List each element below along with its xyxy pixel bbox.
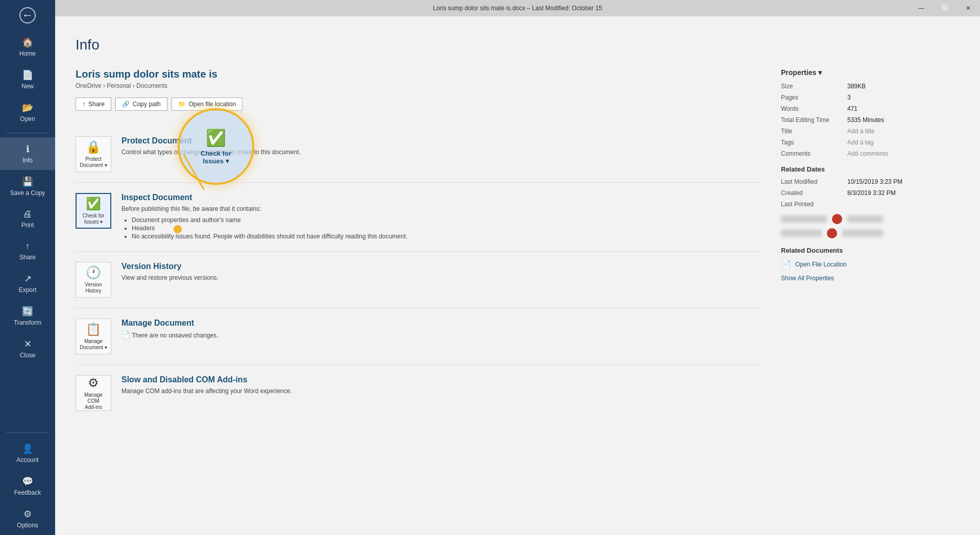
prop-size-value: 389KB xyxy=(847,83,866,90)
version-history-section: 🕐 VersionHistory Version History View an… xyxy=(76,252,761,308)
prop-last-printed: Last Printed xyxy=(781,201,954,208)
prop-words: Words 471 xyxy=(781,105,954,112)
prop-pages-value: 3 xyxy=(847,94,851,101)
sidebar-item-options[interactable]: ⚙ Options xyxy=(0,502,55,535)
sidebar-item-info-label: Info xyxy=(22,157,33,164)
protect-document-desc: Control what types of changes people can… xyxy=(121,149,761,156)
sidebar-item-close-label: Close xyxy=(20,352,36,359)
check-issues-icon: ✅ xyxy=(86,197,101,211)
prop-words-value: 471 xyxy=(847,105,857,112)
info-icon: ℹ xyxy=(26,143,30,155)
sidebar-item-account[interactable]: 👤 Account xyxy=(0,437,55,470)
open-file-location-button[interactable]: 📁 Open file location xyxy=(172,98,243,111)
sidebar-item-share[interactable]: ↑ Share xyxy=(0,235,55,267)
sidebar-item-new[interactable]: 📄 New xyxy=(0,63,55,96)
prop-size: Size 389KB xyxy=(781,83,954,90)
prop-title-value[interactable]: Add a title xyxy=(847,128,874,135)
protect-document-title: Protect Document xyxy=(121,136,761,145)
content-area: Info Loris sump dolor sits mate is OneDr… xyxy=(55,16,980,535)
right-column: Properties ▾ Size 389KB Pages 3 Words 47… xyxy=(781,68,954,515)
sidebar-item-save-copy-label: Save a Copy xyxy=(10,189,45,197)
sidebar-item-home-label: Home xyxy=(19,50,36,57)
sidebar-item-home[interactable]: 🏠 Home xyxy=(0,31,55,63)
prop-last-modified-label: Last Modified xyxy=(781,178,847,185)
print-icon: 🖨 xyxy=(23,209,32,220)
share-btn-icon: ↑ xyxy=(82,101,85,108)
sidebar-item-transform-label: Transform xyxy=(14,319,41,326)
two-column-layout: Loris sump dolor sits mate is OneDrive ›… xyxy=(76,68,954,515)
share-button[interactable]: ↑ Share xyxy=(76,98,111,111)
home-icon: 🏠 xyxy=(22,37,33,48)
sidebar-item-close[interactable]: ✕ Close xyxy=(0,332,55,365)
prop-tags-value[interactable]: Add a tag xyxy=(847,139,873,146)
prop-words-label: Words xyxy=(781,105,847,112)
inspect-document-section: ✅ Check forIssues ▾ Inspect Document Bef… xyxy=(76,183,761,252)
sidebar: ← 🏠 Home 📄 New 📂 Open ℹ Info 💾 Save a Co… xyxy=(0,0,55,535)
blurred-label-2 xyxy=(781,230,822,237)
check-for-issues-button[interactable]: ✅ Check forIssues ▾ xyxy=(76,193,111,229)
sidebar-item-open[interactable]: 📂 Open xyxy=(0,96,55,129)
options-icon: ⚙ xyxy=(23,508,32,520)
sidebar-item-info[interactable]: ℹ Info xyxy=(0,137,55,170)
sidebar-item-open-label: Open xyxy=(20,115,35,123)
prop-title: Title Add a title xyxy=(781,128,954,135)
list-item-1: Headers xyxy=(132,225,761,232)
restore-button[interactable]: ⬜ xyxy=(933,0,957,16)
sidebar-item-new-label: New xyxy=(21,83,34,90)
red-dot-2 xyxy=(827,228,837,238)
protect-label: ProtectDocument ▾ xyxy=(80,156,107,168)
protect-document-button[interactable]: 🔒 ProtectDocument ▾ xyxy=(76,136,111,172)
list-item-0: Document properties and author's name xyxy=(132,216,761,224)
sidebar-item-print[interactable]: 🖨 Print xyxy=(0,203,55,235)
titlebar-text: Loris sump dolor sits mate is.docx – Las… xyxy=(433,5,602,12)
prop-pages: Pages 3 xyxy=(781,94,954,101)
sidebar-item-transform[interactable]: 🔄 Transform xyxy=(0,300,55,332)
inspect-document-content: Inspect Document Before publishing this … xyxy=(121,193,761,241)
com-addins-button[interactable]: ⚙ Manage COMAdd-ins xyxy=(76,375,111,411)
inspect-document-desc: Before publishing this file, be aware th… xyxy=(121,205,761,212)
show-all-properties-link[interactable]: Show All Properties xyxy=(781,275,834,282)
version-history-button[interactable]: 🕐 VersionHistory xyxy=(76,262,111,298)
version-history-desc: View and restore previous versions. xyxy=(121,274,761,281)
prop-editing-time-value: 5335 Minutes xyxy=(847,116,884,124)
sidebar-item-save-copy[interactable]: 💾 Save a Copy xyxy=(0,170,55,203)
titlebar: Loris sump dolor sits mate is.docx – Las… xyxy=(55,0,980,16)
red-dot-1 xyxy=(832,214,842,224)
prop-title-label: Title xyxy=(781,128,847,135)
sidebar-item-share-label: Share xyxy=(19,254,36,261)
sidebar-item-options-label: Options xyxy=(17,522,38,529)
prop-comments-label: Comments xyxy=(781,150,847,157)
minimize-button[interactable]: — xyxy=(910,0,933,16)
manage-document-label: ManageDocument ▾ xyxy=(80,338,107,351)
manage-document-button[interactable]: 📋 ManageDocument ▾ xyxy=(76,319,111,354)
prop-last-modified-value: 10/15/2019 3:23 PM xyxy=(847,178,902,185)
protect-document-section: 🔒 ProtectDocument ▾ Protect Document Con… xyxy=(76,126,761,183)
sidebar-item-export[interactable]: ↗ Export xyxy=(0,267,55,300)
page-title: Info xyxy=(76,37,954,53)
manage-document-desc: 📄 There are no unsaved changes. xyxy=(121,331,761,339)
com-addins-icon: ⚙ xyxy=(88,376,99,390)
copy-path-button[interactable]: 🔗 Copy path xyxy=(115,98,167,111)
prop-tags: Tags Add a tag xyxy=(781,139,954,146)
export-icon: ↗ xyxy=(24,273,32,284)
prop-comments-value[interactable]: Add comments xyxy=(847,150,888,157)
left-column: Loris sump dolor sits mate is OneDrive ›… xyxy=(76,68,761,515)
sidebar-item-feedback-label: Feedback xyxy=(14,489,41,496)
sidebar-item-feedback[interactable]: 💬 Feedback xyxy=(0,470,55,502)
protect-icon: 🔒 xyxy=(86,140,101,154)
com-addins-title: Slow and Disabled COM Add-ins xyxy=(121,375,761,384)
open-file-location-link[interactable]: 📄 Open File Location xyxy=(781,259,954,269)
prop-last-modified: Last Modified 10/15/2019 3:23 PM xyxy=(781,178,954,185)
blurred-value-1 xyxy=(847,215,883,223)
prop-created-value: 8/3/2019 3:32 PM xyxy=(847,189,896,197)
close-window-button[interactable]: ✕ xyxy=(957,0,980,16)
prop-editing-time: Total Editing Time 5335 Minutes xyxy=(781,116,954,124)
prop-last-printed-label: Last Printed xyxy=(781,201,847,208)
main-area: Loris sump dolor sits mate is.docx – Las… xyxy=(55,0,980,535)
action-buttons: ↑ Share 🔗 Copy path 📁 Open file location xyxy=(76,98,761,111)
com-addins-section: ⚙ Manage COMAdd-ins Slow and Disabled CO… xyxy=(76,365,761,421)
document-title: Loris sump dolor sits mate is xyxy=(76,68,761,80)
blurred-value-2 xyxy=(842,230,883,237)
back-button[interactable]: ← xyxy=(0,0,55,31)
related-documents-header: Related Documents xyxy=(781,247,954,254)
